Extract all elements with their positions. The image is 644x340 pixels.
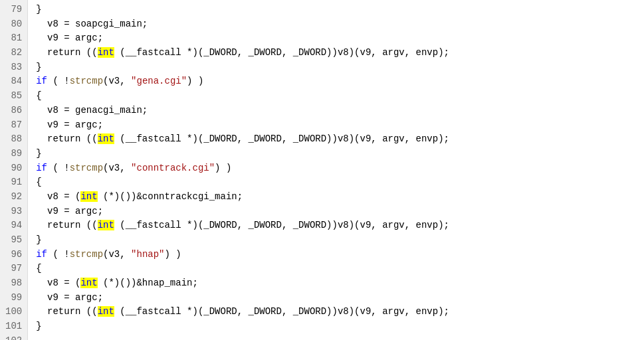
line-number: 92 bbox=[5, 190, 22, 205]
line-number: 82 bbox=[5, 46, 22, 60]
code-text: ( ! bbox=[47, 163, 70, 173]
code-text: return (( bbox=[36, 47, 97, 58]
code-text: ) ) bbox=[187, 76, 203, 86]
line-number: 102 bbox=[5, 334, 22, 340]
code-text: v8 = ( bbox=[36, 278, 80, 288]
string-literal: "gena.cgi" bbox=[131, 76, 187, 86]
line-number: 88 bbox=[5, 132, 22, 147]
code-line: v8 = genacgi_main; bbox=[36, 104, 636, 118]
line-number: 81 bbox=[5, 31, 22, 46]
code-text: (v3, bbox=[103, 249, 131, 260]
code-line: v8 = soapcgi_main; bbox=[36, 17, 636, 32]
function-name: strcmp bbox=[70, 163, 103, 173]
line-number: 96 bbox=[5, 248, 22, 262]
code-text: v8 = ( bbox=[36, 191, 80, 202]
code-text: (__fastcall *)(_DWORD, _DWORD, _DWORD))v… bbox=[114, 220, 449, 230]
highlighted-keyword: int bbox=[98, 220, 114, 230]
code-line: if ( !strcmp(v3, "conntrack.cgi") ) bbox=[36, 161, 636, 176]
keyword: if bbox=[36, 76, 47, 86]
code-container: 7980818283848586878889909192939495969798… bbox=[0, 0, 644, 340]
line-number: 86 bbox=[5, 104, 22, 118]
line-numbers: 7980818283848586878889909192939495969798… bbox=[0, 0, 28, 340]
code-line: v9 = argc; bbox=[36, 31, 636, 46]
code-line: v9 = argc; bbox=[36, 205, 636, 219]
code-text: (*)())&hnap_main; bbox=[98, 278, 198, 288]
string-literal: "conntrack.cgi" bbox=[131, 163, 215, 173]
code-text: ) ) bbox=[165, 249, 181, 260]
string-literal: "hnap" bbox=[131, 249, 164, 260]
function-name: strcmp bbox=[70, 249, 103, 260]
code-text: (*)())&conntrackcgi_main; bbox=[98, 191, 243, 202]
highlighted-keyword: int bbox=[98, 133, 114, 144]
line-number: 84 bbox=[5, 74, 22, 89]
code-line: v9 = argc; bbox=[36, 118, 636, 133]
code-text: return (( bbox=[36, 306, 97, 317]
line-number: 95 bbox=[5, 233, 22, 248]
code-text: (v3, bbox=[103, 163, 131, 173]
code-line: } bbox=[36, 60, 636, 75]
code-line: { bbox=[36, 175, 636, 190]
line-number: 98 bbox=[5, 276, 22, 291]
code-text: return (( bbox=[36, 133, 97, 144]
line-number: 80 bbox=[5, 17, 22, 32]
code-text: ( ! bbox=[47, 76, 70, 86]
highlighted-keyword: int bbox=[80, 278, 97, 288]
code-line: return ((int (__fastcall *)(_DWORD, _DWO… bbox=[36, 132, 636, 147]
highlighted-keyword: int bbox=[80, 191, 97, 202]
code-text: (v3, bbox=[103, 76, 131, 86]
code-line: } bbox=[36, 3, 636, 17]
line-number: 87 bbox=[5, 118, 22, 133]
line-number: 83 bbox=[5, 60, 22, 75]
code-line: } bbox=[36, 233, 636, 248]
line-number: 100 bbox=[5, 305, 22, 319]
code-line: if ( !strcmp(v3, "hnap") ) bbox=[36, 248, 636, 262]
code-line: return ((int (__fastcall *)(_DWORD, _DWO… bbox=[36, 305, 636, 319]
function-name: strcmp bbox=[70, 76, 103, 86]
line-number: 94 bbox=[5, 218, 22, 233]
highlighted-keyword: int bbox=[98, 47, 114, 58]
code-line: return ((int (__fastcall *)(_DWORD, _DWO… bbox=[36, 46, 636, 60]
line-number: 91 bbox=[5, 175, 22, 190]
code-area: } v8 = soapcgi_main; v9 = argc; return (… bbox=[28, 0, 644, 340]
line-number: 90 bbox=[5, 161, 22, 176]
code-line: return ((int (__fastcall *)(_DWORD, _DWO… bbox=[36, 218, 636, 233]
code-text: (__fastcall *)(_DWORD, _DWORD, _DWORD))v… bbox=[114, 133, 449, 144]
keyword: if bbox=[36, 249, 47, 260]
code-text: ( ! bbox=[47, 249, 70, 260]
keyword: if bbox=[36, 163, 47, 173]
code-line: v9 = argc; bbox=[36, 291, 636, 305]
line-number: 101 bbox=[5, 319, 22, 334]
code-line: } bbox=[36, 319, 636, 334]
line-number: 99 bbox=[5, 291, 22, 305]
code-line bbox=[36, 334, 636, 340]
code-text: ) ) bbox=[215, 163, 231, 173]
highlighted-keyword: int bbox=[98, 306, 114, 317]
code-line: } bbox=[36, 147, 636, 161]
code-line: v8 = (int (*)())&conntrackcgi_main; bbox=[36, 190, 636, 205]
line-number: 97 bbox=[5, 262, 22, 276]
code-line: if ( !strcmp(v3, "gena.cgi") ) bbox=[36, 74, 636, 89]
line-number: 89 bbox=[5, 147, 22, 161]
code-line: v8 = (int (*)())&hnap_main; bbox=[36, 276, 636, 291]
line-number: 85 bbox=[5, 89, 22, 104]
code-text: (__fastcall *)(_DWORD, _DWORD, _DWORD))v… bbox=[114, 306, 449, 317]
code-line: { bbox=[36, 262, 636, 276]
code-line: { bbox=[36, 89, 636, 104]
code-text: (__fastcall *)(_DWORD, _DWORD, _DWORD))v… bbox=[114, 47, 449, 58]
code-text: return (( bbox=[36, 220, 97, 230]
line-number: 93 bbox=[5, 205, 22, 219]
line-number: 79 bbox=[5, 3, 22, 17]
